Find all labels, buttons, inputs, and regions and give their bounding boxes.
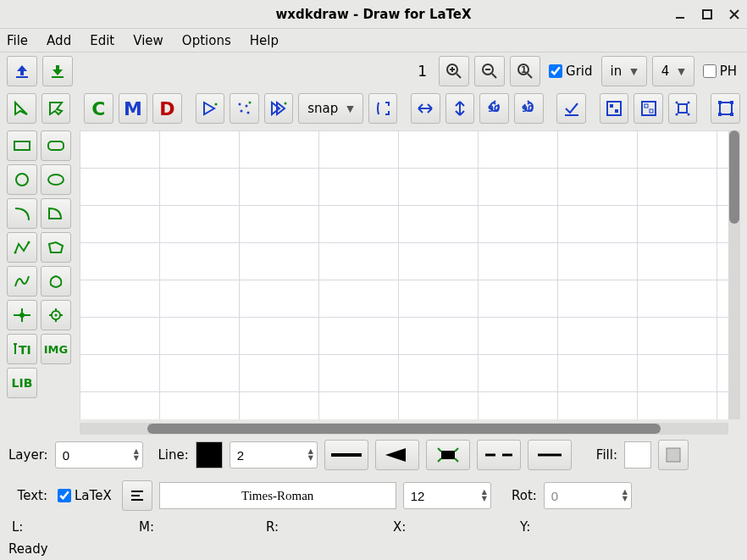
spin-arrows[interactable]: ▲▼ [619, 489, 628, 502]
drawing-canvas[interactable] [80, 130, 728, 419]
line-dash-button[interactable] [477, 440, 521, 470]
library-tool[interactable]: LIB [7, 368, 37, 398]
ellipse-tool[interactable] [41, 164, 71, 195]
svg-point-44 [16, 174, 28, 186]
circle-tool[interactable] [7, 164, 37, 195]
polyline-closed-tool[interactable] [41, 232, 71, 263]
align-button[interactable] [668, 93, 698, 124]
cursor-edit-button[interactable] [7, 93, 36, 124]
rotation-spinner[interactable]: ▲▼ [544, 482, 632, 509]
rotate-cw-button[interactable]: 90 [514, 93, 544, 124]
menu-help[interactable]: Help [250, 33, 279, 48]
grid-checkbox[interactable] [549, 64, 562, 78]
arc-tool[interactable] [7, 198, 37, 229]
cursor-select-button[interactable] [42, 93, 71, 124]
svg-point-45 [48, 175, 64, 185]
layer-label: Layer: [8, 447, 48, 463]
svg-point-52 [55, 314, 58, 317]
fill-color-swatch[interactable] [624, 441, 651, 469]
point-forward-button[interactable] [196, 93, 225, 124]
layer-down-button[interactable] [42, 56, 73, 86]
connector-tool[interactable] [7, 300, 37, 330]
menu-view[interactable]: View [133, 33, 163, 48]
ungroup-button[interactable] [634, 93, 663, 124]
image-tool[interactable]: IMG [41, 334, 71, 364]
unit-dropdown[interactable]: in▼ [601, 56, 647, 86]
ph-checkbox[interactable] [703, 64, 717, 78]
font-size-spinner[interactable]: ▲▼ [403, 482, 491, 509]
menu-options[interactable]: Options [182, 33, 231, 48]
delete-button[interactable]: D [152, 93, 182, 124]
pie-tool[interactable] [41, 198, 71, 229]
copy-button[interactable]: C [84, 93, 113, 124]
left-toolbar: TI IMG LIB [0, 127, 80, 423]
vertical-scrollbar-thumb[interactable] [729, 130, 739, 224]
polyline-open-tool[interactable] [7, 232, 37, 263]
text-label: Text: [8, 488, 47, 503]
rotate-ccw-button[interactable]: 90 [479, 93, 509, 124]
spin-arrows[interactable]: ▲▼ [130, 448, 139, 462]
maximize-icon[interactable] [701, 8, 713, 20]
svg-line-14 [528, 74, 532, 78]
fill-pattern-button[interactable] [658, 440, 689, 470]
grid-checkbox-wrap[interactable]: Grid [545, 64, 595, 79]
window-title: wxdkdraw - Draw for LaTeX [275, 7, 471, 22]
latex-checkbox-wrap[interactable]: LaTeX [54, 488, 115, 503]
move-button[interactable]: M [119, 93, 148, 124]
layer-up-button[interactable] [7, 56, 37, 86]
horizontal-scrollbar[interactable] [80, 423, 728, 435]
spin-arrows[interactable]: ▲▼ [305, 448, 313, 462]
line-cap-button[interactable] [528, 440, 572, 470]
properties-button[interactable] [556, 93, 586, 124]
text-tool[interactable]: TI [7, 334, 37, 364]
horizontal-scrollbar-thumb[interactable] [147, 424, 661, 434]
resize-button[interactable] [368, 93, 398, 124]
line-color-swatch[interactable] [196, 441, 223, 469]
zoom-reset-button[interactable]: 1 [510, 56, 540, 86]
arrow-end-button[interactable] [426, 440, 470, 470]
group-button[interactable] [600, 93, 629, 124]
dot-tool[interactable] [41, 300, 71, 330]
vertical-scrollbar[interactable] [728, 130, 740, 419]
layer-spinner[interactable]: ▲▼ [55, 441, 143, 469]
font-size-input[interactable] [411, 489, 479, 503]
spline-open-tool[interactable] [7, 266, 37, 297]
spin-arrows[interactable]: ▲▼ [479, 489, 487, 502]
svg-rect-59 [441, 451, 455, 459]
rounded-rectangle-tool[interactable] [41, 130, 71, 161]
svg-point-20 [247, 112, 250, 114]
point-scatter-button[interactable] [230, 93, 259, 124]
line-width-input[interactable] [237, 448, 305, 463]
font-selector[interactable]: Times-Roman [159, 482, 396, 509]
status-x: X: [393, 519, 418, 535]
close-icon[interactable] [728, 8, 740, 20]
spline-closed-tool[interactable] [41, 266, 71, 297]
line-width-spinner[interactable]: ▲▼ [230, 441, 318, 469]
line-style-button[interactable] [324, 440, 368, 470]
arrow-start-button[interactable] [375, 440, 419, 470]
status-y: Y: [520, 519, 545, 535]
subdivisions-dropdown[interactable]: 4▼ [652, 56, 694, 86]
snap-dropdown[interactable]: snap▼ [298, 93, 363, 124]
flip-vertical-button[interactable] [445, 93, 475, 124]
layer-input[interactable] [63, 448, 130, 463]
menu-add[interactable]: Add [47, 33, 71, 48]
point-multi-button[interactable] [264, 93, 294, 124]
bounds-button[interactable] [711, 93, 740, 124]
ph-checkbox-wrap[interactable]: PH [700, 64, 740, 79]
svg-point-19 [241, 110, 243, 113]
latex-checkbox[interactable] [58, 489, 71, 502]
menu-edit[interactable]: Edit [90, 33, 114, 48]
svg-rect-32 [678, 104, 687, 113]
rectangle-tool[interactable] [7, 130, 37, 161]
flip-horizontal-button[interactable] [411, 93, 440, 124]
rotation-input[interactable] [551, 489, 619, 503]
menu-file[interactable]: File [7, 33, 28, 48]
chevron-down-icon: ▼ [346, 103, 353, 114]
zoom-out-button[interactable] [474, 56, 505, 86]
minimize-icon[interactable] [674, 8, 686, 20]
zoom-in-button[interactable] [439, 56, 469, 86]
toolbar-row2: C M D snap▼ 90 90 [0, 90, 747, 127]
text-align-button[interactable] [122, 480, 152, 511]
svg-rect-27 [610, 104, 613, 108]
